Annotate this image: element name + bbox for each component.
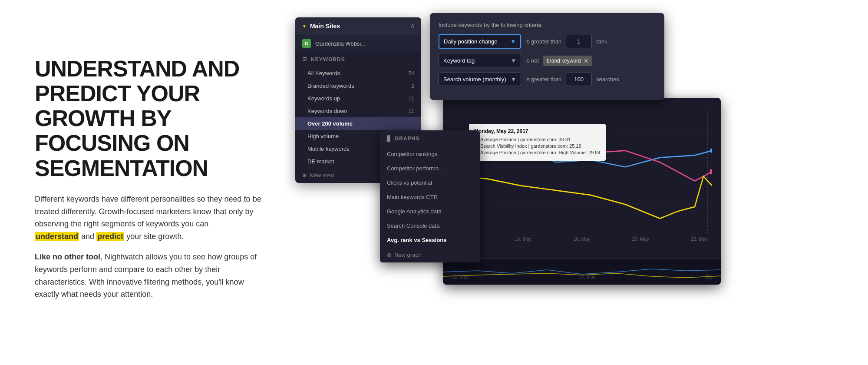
sidebar-item-count: 54 (409, 70, 414, 76)
x-label-2: 18. May (573, 236, 590, 242)
highlight-predict: predict (96, 232, 124, 241)
main-heading: UNDERSTAND AND PREDICT YOUR GROWTH BY FO… (35, 56, 269, 181)
filter-field-1[interactable]: Daily position change ▼ (439, 34, 521, 49)
graph-item-main-keywords-ctr[interactable]: Main keywords CTR (380, 190, 480, 204)
keywords-section-header: ☰ KEYWORDS (295, 52, 421, 67)
filter-operator-1: is greater than (525, 38, 561, 45)
sidebar-item-all-keywords[interactable]: All Keywords 54 (295, 67, 421, 80)
graph-item-clicks-potential[interactable]: Clicks vs potential (380, 176, 480, 190)
x-label-1: 16. May (515, 236, 531, 242)
left-panel: UNDERSTAND AND PREDICT YOUR GROWTH BY FO… (35, 56, 295, 309)
plus-icon-graph: ⊕ (387, 252, 392, 258)
body-paragraph-1: Different keywords have different person… (35, 193, 269, 243)
tooltip-date: Monday, May 22, 2017 (474, 128, 601, 134)
period: . (182, 232, 184, 241)
sidebar-item-label: Keywords down (307, 108, 347, 114)
tooltip-row-3: Average Position | gardenstore.com: High… (474, 150, 601, 155)
caret-icon-3: ▼ (511, 76, 516, 83)
tooltip-text-2: Search Visibility Index | gardenstore.co… (480, 143, 581, 149)
filter-field-3-label: Search volume (monthly) (443, 76, 506, 83)
sidebar-item-count: 2 (411, 83, 414, 89)
graph-item-competitor-performa[interactable]: Competitor performa... (380, 161, 480, 176)
sidebar-header-title: ▼ Main Sites (302, 23, 340, 30)
filter-row-3: Search volume (monthly) ▼ is greater tha… (439, 73, 656, 86)
chart-mini: 12. May 17. May 22. (443, 259, 721, 285)
body-text-2-bold: Like no other tool (35, 252, 100, 261)
graph-item-label: Competitor performa... (387, 165, 443, 172)
filter-field-1-label: Daily position change (444, 38, 498, 45)
chart-window: Monday, May 22, 2017 Average Position | … (443, 98, 721, 285)
sidebar-site-row[interactable]: G Gardenzilla Websi... (295, 35, 421, 52)
sidebar-header: ▼ Main Sites 6 (295, 17, 421, 35)
new-graph-button[interactable]: ⊕ New graph (380, 247, 480, 262)
chart-x-labels: 14. May 16. May 18. May 20. May 22. May (452, 236, 712, 242)
sidebar-item-branded[interactable]: Branded keywords 2 (295, 80, 421, 92)
tooltip-row-2: Search Visibility Index | gardenstore.co… (474, 143, 601, 149)
new-view-label: New view (310, 172, 334, 179)
sidebar-item-label: DE market (307, 158, 334, 165)
filter-field-3[interactable]: Search volume (monthly) ▼ (439, 73, 521, 86)
caret-icon-2: ▼ (511, 57, 516, 64)
sidebar-item-count: 11 (409, 96, 414, 102)
graph-item-search-console[interactable]: Search Console data (380, 219, 480, 233)
keywords-label: KEYWORDS (311, 56, 345, 63)
sidebar-count: 6 (411, 23, 414, 30)
sidebar-item-keywords-down[interactable]: Keywords down 11 (295, 105, 421, 117)
sidebar-title: Main Sites (310, 23, 340, 30)
mini-label-1: 17. May (578, 274, 595, 279)
filter-row-2: Keyword tag ▼ is not brand keyword ✕ (439, 54, 656, 67)
filter-tag-remove[interactable]: ✕ (584, 57, 589, 64)
svg-rect-5 (710, 169, 712, 174)
tooltip-text-1: Average Position | gardenstore.com: 30.8… (480, 137, 571, 142)
filter-operator-2: is not (525, 57, 539, 64)
x-label-4: 22. May (691, 236, 708, 242)
caret-icon-1: ▼ (510, 38, 516, 45)
sidebar-item-label: High volume (307, 133, 339, 139)
tooltip-row-1: Average Position | gardenstore.com: 30.8… (474, 137, 601, 142)
sidebar-item-label: Mobile keywords (307, 146, 350, 152)
filter-value-1[interactable]: 1 (566, 35, 592, 48)
filter-operator-3: is greater than (525, 76, 561, 83)
sidebar-item-keywords-up[interactable]: Keywords up 11 (295, 92, 421, 105)
graph-item-google-analytics[interactable]: Google Analytics data (380, 204, 480, 219)
graph-item-competitor-rankings[interactable]: Competitor rankings (380, 147, 480, 161)
filter-row-1: Daily position change ▼ is greater than … (439, 34, 656, 49)
filter-value-3[interactable]: 100 (566, 73, 592, 86)
keywords-icon: ☰ (302, 56, 307, 63)
chart-mini-labels: 12. May 17. May 22. (443, 272, 721, 281)
text-and: and (81, 232, 94, 241)
filter-field-2-label: Keyword tag (443, 57, 475, 64)
site-name: Gardenzilla Websi... (315, 40, 366, 47)
right-panel: ▼ Main Sites 6 G Gardenzilla Websi... ☰ … (295, 13, 833, 352)
mini-label-2: 22. (706, 274, 712, 279)
sidebar-item-over-200[interactable]: Over 200 volume (295, 117, 421, 130)
triangle-icon: ▼ (302, 24, 307, 29)
chart-main: Monday, May 22, 2017 Average Position | … (443, 98, 721, 259)
filter-tag-brand: brand keyword ✕ (543, 56, 592, 66)
new-graph-label: New graph (394, 252, 422, 258)
filter-field-2[interactable]: Keyword tag ▼ (439, 54, 521, 67)
graphs-header-label: GRAPHS (395, 136, 419, 142)
tooltip-text-3: Average Position | gardenstore.com: High… (480, 150, 601, 155)
graph-item-label: Main keywords CTR (387, 194, 438, 200)
x-label-3: 20. May (632, 236, 649, 242)
filter-unit-1: rank (596, 38, 607, 45)
filter-window: Include keywords by the following criter… (430, 13, 664, 100)
sidebar-item-label: Keywords up (307, 95, 340, 102)
sidebar-item-label: Branded keywords (307, 83, 354, 89)
graph-item-label: Google Analytics data (387, 208, 442, 215)
graph-item-avg-rank[interactable]: Avg. rank vs Sessions (380, 233, 480, 247)
chart-tooltip: Monday, May 22, 2017 Average Position | … (469, 124, 606, 161)
filter-title: Include keywords by the following criter… (439, 22, 656, 28)
graph-item-label: Competitor rankings (387, 151, 437, 157)
plus-icon: ⊕ (302, 172, 307, 179)
graph-item-label: Avg. rank vs Sessions (387, 237, 447, 243)
body-paragraph-2: Like no other tool, Nightwatch allows yo… (35, 251, 269, 301)
sidebar-item-label: Over 200 volume (307, 120, 353, 127)
filter-unit-3: searches (596, 76, 619, 83)
mini-label-0: 12. May (452, 274, 469, 279)
graph-item-label: Search Console data (387, 222, 439, 229)
site-favicon: G (302, 39, 311, 48)
page-wrapper: UNDERSTAND AND PREDICT YOUR GROWTH BY FO… (0, 0, 868, 365)
graphs-header: ▊ GRAPHS (380, 130, 480, 147)
